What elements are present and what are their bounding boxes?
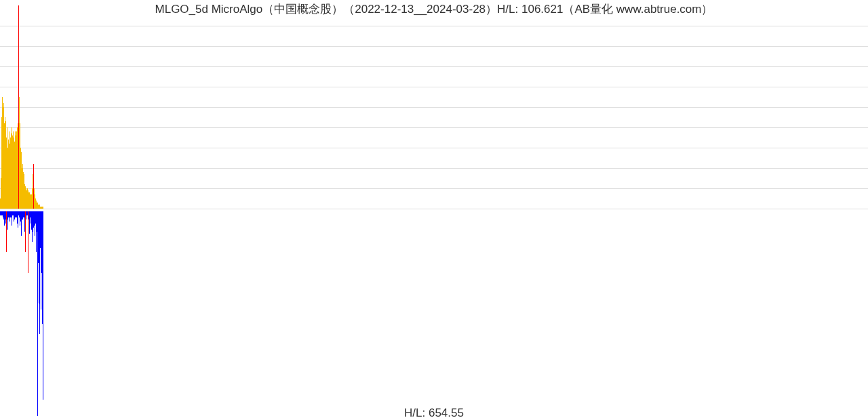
upper-bar — [43, 207, 43, 209]
lower-bar — [28, 211, 28, 273]
lower-panel — [0, 211, 868, 416]
upper-panel — [0, 5, 868, 209]
stock-chart: MLGO_5d MicroAlgo（中国概念股）（2022-12-13__202… — [0, 0, 868, 420]
chart-footer: H/L: 654.55 — [0, 406, 868, 420]
lower-bar — [43, 211, 43, 400]
